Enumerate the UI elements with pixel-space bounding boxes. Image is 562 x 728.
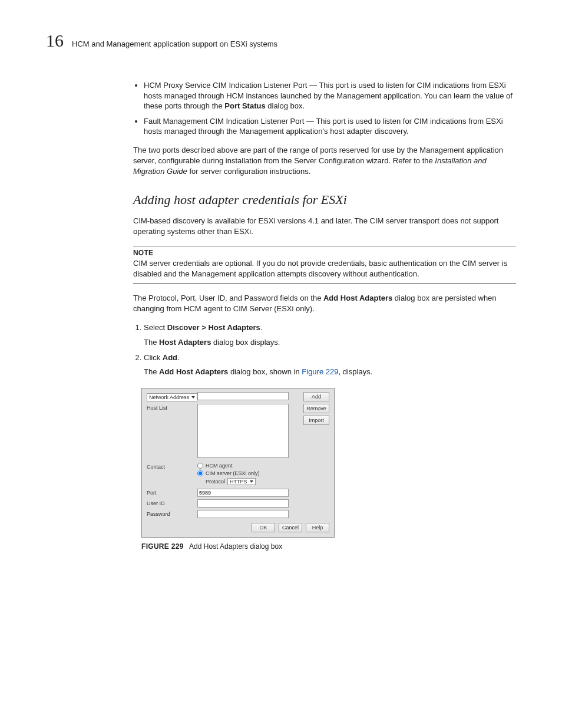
bullet-list: HCM Proxy Service CIM Indication Listene… [133, 80, 516, 137]
step-1: Select Discover > Host Adapters. The Hos… [144, 322, 516, 347]
remove-button[interactable]: Remove [303, 404, 329, 413]
password-input[interactable] [197, 510, 289, 518]
host-list-label: Host List [147, 404, 197, 411]
cancel-button[interactable]: Cancel [279, 523, 302, 532]
chevron-down-icon [191, 396, 195, 398]
chevron-down-icon [250, 480, 253, 483]
add-host-adapters-dialog: Network Address Add Host List Remove [141, 388, 335, 538]
add-button[interactable]: Add [303, 392, 329, 401]
help-button[interactable]: Help [306, 523, 329, 532]
page-header: 16 HCM and Management application suppor… [46, 31, 516, 51]
note-label: NOTE [133, 249, 516, 257]
userid-label: User ID [147, 499, 197, 506]
protocol-select[interactable]: HTTPS [227, 478, 256, 485]
host-list-box[interactable] [197, 404, 289, 458]
password-label: Password [147, 510, 197, 517]
protocol-label: Protocol [206, 479, 225, 485]
bullet-item: Fault Management CIM Indication Listener… [144, 116, 516, 137]
network-address-dropdown[interactable]: Network Address [147, 393, 197, 401]
section-heading: Adding host adapter credentials for ESXi [133, 192, 516, 207]
network-address-input[interactable] [197, 392, 289, 400]
figure-link[interactable]: Figure 229 [302, 367, 338, 376]
ok-button[interactable]: OK [252, 523, 275, 532]
cim-server-radio[interactable]: CIM server (ESXi only) [197, 470, 260, 476]
port-label: Port [147, 489, 197, 496]
userid-input[interactable] [197, 499, 289, 508]
port-input[interactable] [197, 489, 289, 497]
chapter-number: 16 [46, 31, 64, 51]
header-title: HCM and Management application support o… [72, 39, 277, 48]
figure-caption: FIGURE 229 Add Host Adapters dialog box [141, 542, 516, 551]
import-button[interactable]: Import [303, 416, 329, 425]
paragraph-ports: The two ports described above are part o… [133, 145, 516, 177]
note-block: NOTE CIM server credentials are optional… [133, 246, 516, 284]
bullet-item: HCM Proxy Service CIM Indication Listene… [144, 80, 516, 111]
note-text: CIM server credentials are optional. If … [133, 258, 516, 279]
paragraph-cim: CIM-based discovery is available for ESX… [133, 216, 516, 237]
paragraph-persist: The Protocol, Port, User ID, and Passwor… [133, 293, 516, 314]
step-list: Select Discover > Host Adapters. The Hos… [133, 322, 516, 377]
step-2: Click Add. The Add Host Adapters dialog … [144, 353, 516, 377]
hcm-agent-radio[interactable]: HCM agent [197, 463, 233, 469]
contact-label: Contact [147, 463, 197, 470]
